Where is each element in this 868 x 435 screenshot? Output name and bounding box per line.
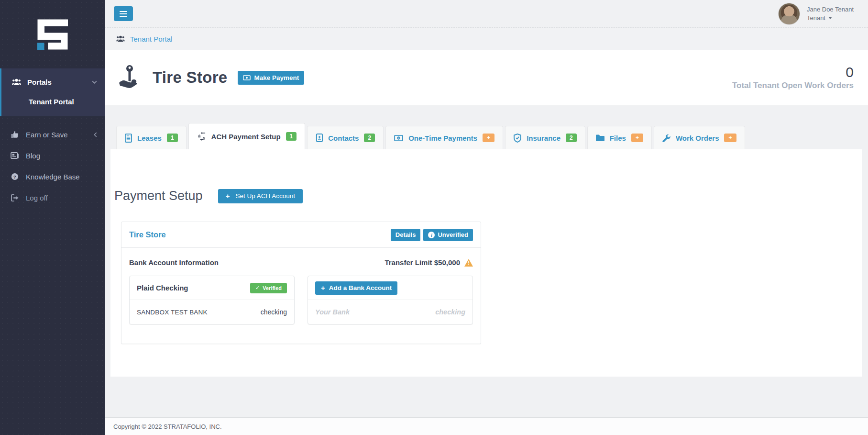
topbar: Jane Doe Tenant Tenant	[105, 0, 868, 28]
page-header: Tire Store Make Payment 0 Total Tenant O…	[105, 50, 868, 105]
payment-setup-heading: Payment Setup	[114, 189, 203, 203]
tab-badge: +	[483, 134, 494, 142]
svg-text:?: ?	[13, 174, 16, 179]
main-column: Jane Doe Tenant Tenant Tenant Portal	[105, 0, 868, 435]
unverified-status-button[interactable]: i Unverified	[423, 229, 473, 241]
users-icon	[11, 78, 22, 86]
tab-work-orders[interactable]: Work Orders +	[654, 126, 745, 149]
sidebar-item-knowledge-base[interactable]: ? Knowledge Base	[0, 166, 105, 187]
plus-icon: +	[321, 284, 325, 291]
add-bank-account-card: + Add a Bank Account Your Bank checking	[308, 276, 473, 324]
breadcrumb: Tenant Portal	[105, 28, 868, 50]
plus-icon: +	[226, 192, 230, 200]
newspaper-icon	[10, 152, 20, 159]
sidebar-item-blog[interactable]: Blog	[0, 145, 105, 166]
shield-check-icon	[514, 134, 521, 143]
chevron-left-icon	[94, 132, 97, 137]
copyright-text: Copyright © 2022 STRATAFOLIO, INC.	[113, 423, 222, 430]
sidebar-item-portals[interactable]: Portals	[1, 71, 105, 92]
tab-insurance[interactable]: Insurance 2	[505, 126, 585, 149]
tab-badge: +	[631, 134, 643, 142]
tab-badge: +	[724, 134, 736, 142]
warning-triangle-icon	[464, 259, 473, 267]
wrench-icon	[662, 134, 670, 142]
add-bank-account-button[interactable]: + Add a Bank Account	[315, 281, 397, 295]
bank-account-information-title: Bank Account Information	[129, 258, 219, 267]
add-bank-placeholder-row: Your Bank checking	[308, 300, 472, 324]
content-filler	[105, 377, 868, 417]
stat-value: 0	[732, 65, 854, 79]
sidebar-toggle-button[interactable]	[114, 6, 133, 21]
footer: Copyright © 2022 STRATAFOLIO, INC.	[105, 417, 868, 435]
bank-name-placeholder: Your Bank	[315, 308, 350, 316]
sidebar-group-portals: Portals Tenant Portal	[0, 68, 105, 116]
bank-transfer-icon	[197, 132, 206, 141]
tab-files[interactable]: Files +	[587, 126, 652, 149]
user-name: Jane Doe Tenant	[807, 5, 854, 14]
logo[interactable]	[0, 0, 105, 68]
sidebar-item-earn-or-save[interactable]: Earn or Save	[0, 124, 105, 145]
tab-ach-payment-setup[interactable]: ACH Payment Setup 1	[188, 123, 306, 149]
account-type: checking	[261, 308, 287, 316]
tab-one-time-payments[interactable]: 1 One-Time Payments +	[385, 126, 503, 149]
ach-payment-setup-panel: Payment Setup + Set Up ACH Account Tire …	[110, 149, 862, 377]
stat-label: Total Tenant Open Work Orders	[732, 81, 854, 90]
sidebar-item-tenant-portal[interactable]: Tenant Portal	[1, 92, 105, 112]
sidebar: Portals Tenant Portal Earn or Save Blog	[0, 0, 105, 435]
tabs: Leases 1 ACH Payment Setup 1 Contacts 2 …	[105, 123, 868, 149]
bank-name: SANDBOX TEST BANK	[137, 309, 208, 316]
sidebar-item-label: Blog	[26, 152, 40, 160]
stratafolio-logo-icon	[37, 19, 68, 50]
work-orders-stat: 0 Total Tenant Open Work Orders	[732, 65, 854, 90]
chevron-down-icon	[92, 80, 97, 84]
check-icon: ✓	[255, 285, 260, 290]
transfer-limit: Transfer Limit $50,000	[385, 258, 473, 267]
account-name: Plaid Checking	[137, 284, 188, 292]
app-root: Portals Tenant Portal Earn or Save Blog	[0, 0, 868, 435]
set-up-ach-account-button[interactable]: + Set Up ACH Account	[218, 189, 303, 203]
bank-account-row: SANDBOX TEST BANK checking	[130, 300, 294, 324]
folder-icon	[596, 134, 604, 141]
verified-badge: ✓ Verified	[250, 283, 287, 293]
breadcrumb-link-tenant-portal[interactable]: Tenant Portal	[130, 35, 172, 43]
avatar[interactable]	[778, 3, 800, 25]
sidebar-item-label: Knowledge Base	[26, 173, 80, 181]
user-role: Tenant	[807, 14, 825, 22]
file-contract-icon	[125, 134, 132, 143]
sidebar-item-label: Log off	[26, 194, 48, 202]
user-menu[interactable]: Jane Doe Tenant Tenant	[778, 3, 854, 25]
sidebar-spacer	[0, 116, 105, 122]
card-title: Tire Store	[129, 230, 166, 239]
bank-account-card: Plaid Checking ✓ Verified SANDBOX TEST B…	[129, 276, 295, 324]
make-payment-button[interactable]: Make Payment	[238, 71, 304, 85]
details-button[interactable]: Details	[391, 229, 421, 241]
info-circle-icon: i	[428, 232, 435, 238]
account-type-placeholder: checking	[435, 308, 465, 316]
money-bill-icon: 1	[394, 135, 403, 141]
sidebar-item-label: Earn or Save	[26, 131, 68, 139]
page-title: Tire Store	[153, 68, 227, 87]
caret-down-icon	[828, 17, 832, 19]
tab-leases[interactable]: Leases 1	[116, 126, 187, 149]
money-bill-icon	[243, 75, 251, 80]
tab-badge: 2	[364, 134, 375, 142]
tab-badge: 1	[167, 134, 178, 142]
sign-out-icon	[10, 194, 20, 201]
menu-icon	[120, 11, 127, 12]
address-book-icon	[316, 134, 323, 142]
tab-badge: 2	[566, 134, 577, 142]
question-circle-icon: ?	[10, 173, 20, 180]
ach-account-card: Tire Store Details i Unverified Bank Acc…	[121, 222, 481, 344]
thumbs-up-icon	[10, 131, 20, 138]
sidebar-item-log-off[interactable]: Log off	[0, 187, 105, 208]
sidebar-item-label: Portals	[27, 78, 52, 86]
users-icon	[116, 35, 125, 42]
key-hand-icon	[117, 65, 142, 90]
header-gap	[105, 105, 868, 123]
tab-contacts[interactable]: Contacts 2	[307, 126, 384, 149]
tab-badge: 1	[286, 132, 297, 141]
